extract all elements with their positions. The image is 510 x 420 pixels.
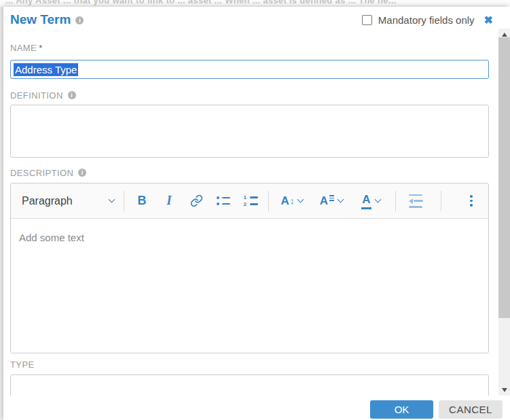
description-label: DESCRIPTIONi	[10, 168, 86, 178]
description-editor-body[interactable]: Add some text	[11, 219, 488, 353]
header-controls: Mandatory fields only ✖	[362, 14, 493, 26]
font-family-icon: A	[320, 194, 328, 208]
description-rich-text-editor: Paragraph B I	[10, 183, 489, 353]
link-button[interactable]	[183, 189, 210, 213]
name-input-selected-text: Address Type	[14, 63, 78, 76]
chevron-down-icon	[375, 196, 382, 203]
font-family-dropdown[interactable]: A	[312, 189, 352, 213]
chevron-down-icon	[297, 196, 304, 203]
scroll-down-button[interactable]	[498, 384, 510, 396]
type-label: TYPE	[10, 360, 35, 370]
ok-button[interactable]: OK	[370, 400, 433, 419]
dialog-footer: OK CANCEL	[3, 396, 510, 420]
chevron-down-icon	[109, 196, 115, 203]
scrollbar-thumb[interactable]	[498, 37, 510, 318]
new-term-dialog: New Termi Mandatory fields only ✖ NAME* …	[3, 7, 510, 420]
mandatory-fields-checkbox[interactable]	[362, 15, 372, 25]
scroll-up-arrow-icon	[502, 33, 507, 37]
toolbar-divider	[395, 191, 396, 211]
dialog-header: New Termi Mandatory fields only ✖	[3, 7, 498, 38]
definition-textarea[interactable]	[10, 105, 489, 158]
font-size-arrows-icon: ↕	[290, 196, 295, 206]
outdent-icon	[400, 194, 431, 208]
bulleted-list-icon	[217, 196, 230, 205]
more-options-icon	[470, 195, 473, 198]
numbered-list-icon: 1 2	[244, 196, 258, 206]
mandatory-fields-label[interactable]: Mandatory fields only	[378, 14, 475, 26]
scroll-down-arrow-icon	[502, 388, 507, 392]
background-clipped-line: ... Any Asset ... that you want to link …	[5, 0, 397, 5]
editor-toolbar: Paragraph B I	[11, 183, 488, 219]
name-input[interactable]: Address Type	[10, 60, 489, 79]
bold-icon: B	[138, 194, 147, 208]
font-size-icon: A	[281, 194, 289, 208]
bulleted-list-button[interactable]	[210, 189, 237, 213]
description-info-icon[interactable]: i	[78, 169, 86, 177]
editor-placeholder: Add some text	[19, 232, 480, 243]
toolbar-divider	[268, 191, 269, 211]
numbered-list-button[interactable]: 1 2	[237, 189, 264, 213]
toolbar-divider	[441, 191, 441, 211]
font-color-dropdown[interactable]: A	[352, 189, 391, 213]
name-label: NAME*	[10, 43, 43, 53]
close-icon[interactable]: ✖	[484, 15, 493, 26]
dialog-title: New Termi	[10, 12, 84, 27]
italic-button[interactable]: I	[156, 189, 183, 213]
cancel-button[interactable]: CANCEL	[439, 400, 503, 419]
definition-label: DEFINITIONi	[10, 90, 76, 101]
outdent-button[interactable]	[400, 189, 431, 213]
required-asterisk: *	[39, 43, 42, 53]
toolbar-divider	[124, 191, 124, 211]
font-family-lines-icon	[329, 195, 334, 201]
bold-button[interactable]: B	[128, 189, 156, 213]
font-size-dropdown[interactable]: A ↕	[273, 189, 312, 213]
title-info-icon[interactable]: i	[75, 16, 84, 24]
more-options-button[interactable]	[462, 189, 480, 213]
chevron-down-icon	[338, 196, 344, 203]
paragraph-style-label: Paragraph	[22, 195, 73, 207]
definition-info-icon[interactable]: i	[68, 91, 76, 99]
font-color-icon: A	[361, 193, 371, 209]
background-page-text: ... Any Asset ... that you want to link …	[0, 0, 510, 7]
type-input[interactable]	[10, 374, 489, 398]
paragraph-style-dropdown[interactable]: Paragraph	[19, 189, 120, 213]
vertical-scrollbar[interactable]	[498, 29, 510, 396]
link-icon	[190, 194, 203, 207]
italic-icon: I	[166, 194, 171, 208]
dialog-title-text: New Term	[10, 12, 71, 27]
